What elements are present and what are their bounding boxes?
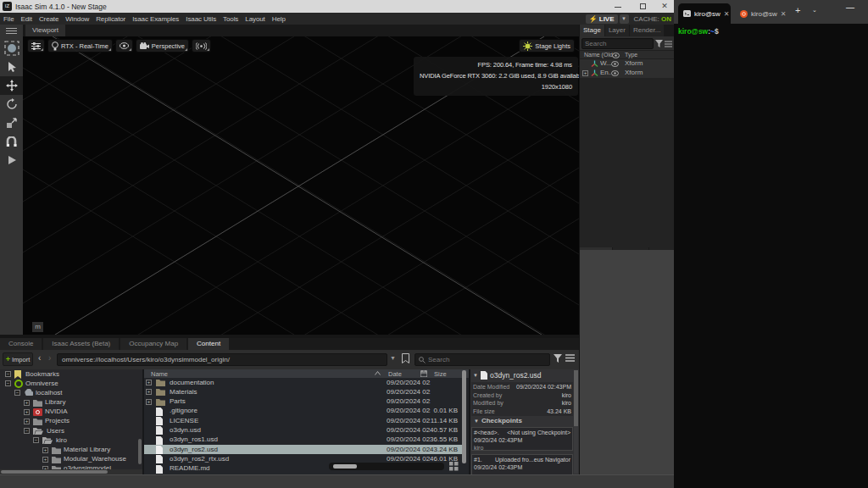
filter-icon[interactable] — [554, 354, 562, 363]
stage-lights-button[interactable]: Stage Lights — [519, 39, 575, 53]
tab-render[interactable]: Render... — [630, 25, 664, 36]
path-input[interactable]: omniverse://localhost/Users/kiro/o3dynsi… — [57, 353, 387, 366]
terminal-tab[interactable]: kiro@sw ✕ — [735, 3, 784, 24]
play-button[interactable] — [0, 151, 23, 169]
sort-ascending-icon[interactable] — [375, 371, 381, 375]
menu-isaac-examples[interactable]: Isaac Examples — [129, 15, 182, 23]
tree-item-modular-warehouse[interactable]: + Modular_Warehouse — [0, 455, 142, 464]
toolbar-menu-icon[interactable] — [6, 28, 17, 34]
tree-item-material-library[interactable]: + Material Library — [0, 446, 142, 455]
path-dropdown-icon[interactable]: ▼ — [390, 355, 396, 361]
back-button[interactable]: ‹ — [38, 353, 41, 363]
file-row[interactable]: + Parts09/20/2024 02:4 — [144, 397, 469, 407]
camera-selector[interactable]: Perspective — [136, 39, 189, 53]
tree-item-projects[interactable]: + Projects — [0, 417, 142, 426]
tab-stage[interactable]: Stage — [580, 25, 604, 36]
expand-icon[interactable]: + — [582, 70, 588, 76]
tree-item-bookmarks[interactable]: − Bookmarks — [0, 369, 142, 379]
tab-isaac-assets[interactable]: Isaac Assets (Beta) — [43, 338, 119, 350]
options-icon[interactable] — [665, 41, 672, 47]
calendar-icon — [420, 370, 427, 377]
terminal-window: kiro@sw ✕ kiro@sw ✕ + ⌄ — kiro@sw:~$ — [674, 0, 868, 488]
file-row[interactable]: + Materials09/20/2024 02:4 — [144, 387, 469, 396]
tab-viewport[interactable]: Viewport — [25, 25, 65, 36]
tree-vertical-scrollbar[interactable] — [138, 439, 142, 464]
snap-tool[interactable] — [0, 132, 23, 151]
menu-replicator[interactable]: Replicator — [92, 15, 129, 23]
file-list-horizontal-scrollbar[interactable] — [329, 463, 444, 470]
folder-icon — [52, 456, 61, 463]
rotate-tool[interactable] — [0, 95, 23, 114]
new-tab-button[interactable]: + — [795, 5, 800, 15]
tab-content[interactable]: Content — [188, 338, 229, 350]
cache-status: CACHE: ON — [634, 15, 671, 23]
file-list-vertical-scrollbar[interactable] — [462, 370, 466, 463]
selection-mode-tool[interactable] — [0, 39, 23, 58]
terminal-tab-active[interactable]: kiro@sw ✕ — [678, 3, 731, 24]
tab-layer[interactable]: Layer — [605, 25, 629, 36]
tree-item-library[interactable]: + Library — [0, 398, 142, 408]
live-button[interactable]: ⚡ LIVE — [586, 14, 618, 24]
stage-row-world[interactable]: W... Xform — [580, 59, 674, 69]
checkpoints-header[interactable]: ▼Checkpoints — [474, 417, 522, 424]
filter-icon[interactable] — [655, 40, 663, 47]
nvidia-icon — [33, 408, 42, 416]
close-tab-icon[interactable]: ✕ — [781, 10, 787, 18]
bookmark-icon[interactable] — [402, 353, 409, 363]
file-icon — [156, 417, 163, 425]
file-row[interactable]: o3dyn.usd09/20/2024 02:440.57 KB — [144, 425, 469, 435]
tree-item-kiro[interactable]: − kiro — [0, 435, 142, 445]
terminal-minimize-button[interactable]: — — [846, 3, 854, 12]
maximize-button[interactable] — [633, 0, 652, 13]
menu-file[interactable]: File — [0, 15, 18, 23]
isaac-sim-window: IZ Isaac Sim 4.1.0 - New Stage ✕ File Ed… — [0, 0, 674, 488]
content-browser: − Bookmarks − Omniverse − localhost + Li… — [0, 369, 579, 474]
renderer-selector[interactable]: RTX - Real-Time — [47, 39, 113, 53]
tree-item-nvidia[interactable]: + NVIDIA — [0, 408, 142, 417]
tree-item-omniverse[interactable]: − Omniverse — [0, 379, 142, 388]
eye-icon[interactable] — [611, 61, 619, 67]
file-row[interactable]: LICENSE09/20/2024 02:411.14 KB — [144, 416, 469, 425]
details-scrollbar[interactable] — [574, 370, 578, 474]
scale-tool[interactable] — [0, 114, 23, 132]
menu-isaac-utils[interactable]: Isaac Utils — [182, 15, 220, 23]
terminal-body[interactable]: kiro@sw:~$ — [674, 24, 868, 488]
menu-window[interactable]: Window — [62, 15, 92, 23]
stage-row-environment[interactable]: + En... Xform — [580, 69, 674, 78]
content-search-input[interactable]: Search — [415, 353, 550, 366]
eye-icon[interactable] — [611, 70, 619, 76]
visibility-button[interactable] — [115, 39, 133, 53]
forward-button[interactable]: › — [48, 353, 51, 363]
close-tab-icon[interactable]: ✕ — [724, 10, 730, 18]
checkpoint-entry[interactable]: #<head>.<Not using Checkpoint> 09/20/24 … — [471, 427, 573, 451]
menu-layout[interactable]: Layout — [242, 15, 268, 23]
menu-help[interactable]: Help — [269, 15, 289, 23]
file-row[interactable]: .gitignore09/20/2024 02:40.01 KB — [144, 407, 469, 416]
collapse-icon[interactable]: ▼ — [473, 373, 478, 378]
close-button[interactable]: ✕ — [655, 0, 674, 13]
select-tool[interactable] — [0, 58, 23, 76]
file-row[interactable]: + documentation09/20/2024 02:4 — [144, 378, 469, 387]
menu-create[interactable]: Create — [36, 15, 62, 23]
settings-sliders-icon — [31, 42, 41, 50]
stage-search-input[interactable]: Search — [581, 38, 654, 49]
options-icon[interactable] — [565, 354, 575, 362]
minimize-button[interactable] — [609, 0, 627, 13]
viewport[interactable]: RTX - Real-Time Perspective — [23, 36, 579, 335]
tree-item-users[interactable]: − Users — [0, 426, 142, 435]
render-settings-button[interactable] — [192, 39, 211, 53]
menu-edit[interactable]: Edit — [18, 15, 36, 23]
tab-occupancy-map[interactable]: Occupancy Map — [120, 338, 186, 350]
checkpoint-entry[interactable]: #1.Uploaded fro...eus Navigator 09/20/24… — [471, 454, 573, 474]
import-button[interactable]: +Import — [3, 352, 33, 366]
viewport-settings-button[interactable] — [27, 39, 45, 53]
move-tool[interactable] — [0, 76, 23, 95]
tab-console[interactable]: Console — [0, 338, 42, 350]
tab-dropdown-button[interactable]: ⌄ — [812, 7, 817, 14]
tree-item-localhost[interactable]: − localhost — [0, 388, 142, 397]
file-row[interactable]: o3dyn_ros1.usd09/20/2024 02:436.55 KB — [144, 435, 469, 445]
grid-view-icon[interactable] — [449, 462, 459, 471]
live-dropdown[interactable]: ▼ — [620, 14, 629, 24]
file-row-selected[interactable]: o3dyn_ros2.usd09/20/2024 02:443.24 KB — [144, 445, 462, 454]
menu-tools[interactable]: Tools — [220, 15, 242, 23]
